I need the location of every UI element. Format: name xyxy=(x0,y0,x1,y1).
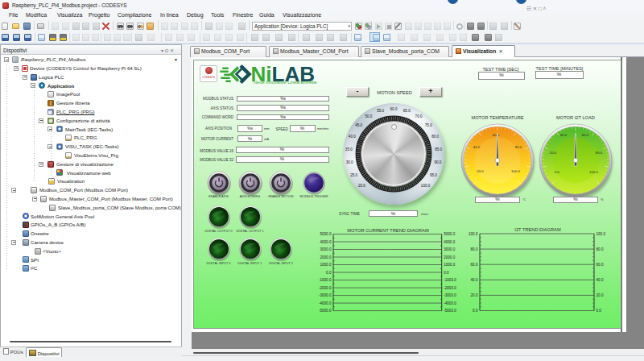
svg-text:20.0: 20.0 xyxy=(550,151,557,155)
svg-text:-1000.0: -1000.0 xyxy=(319,278,332,282)
svg-text:-3000.0: -3000.0 xyxy=(444,293,456,297)
svg-text:4000.0: 4000.0 xyxy=(320,240,331,244)
svg-text:45.0: 45.0 xyxy=(355,123,362,127)
svg-text:65.0: 65.0 xyxy=(403,109,411,113)
svg-text:35.0: 35.0 xyxy=(345,147,353,151)
svg-text:5000.0: 5000.0 xyxy=(320,232,331,236)
svg-text:0.0: 0.0 xyxy=(326,271,332,275)
svg-text:0.0: 0.0 xyxy=(555,170,560,174)
svg-text:-2000.0: -2000.0 xyxy=(444,286,456,290)
svg-text:-4000.0: -4000.0 xyxy=(444,301,456,305)
svg-text:40.0: 40.0 xyxy=(473,144,481,148)
svg-text:-3000.0: -3000.0 xyxy=(319,293,332,297)
svg-text:1000.0: 1000.0 xyxy=(444,263,455,267)
svg-text:2000.0: 2000.0 xyxy=(444,255,455,259)
svg-text:3000.0: 3000.0 xyxy=(444,247,455,251)
svg-text:60.0: 60.0 xyxy=(390,107,398,111)
svg-text:40.0: 40.0 xyxy=(471,278,478,282)
svg-text:80.0: 80.0 xyxy=(597,247,604,251)
svg-text:100.0: 100.0 xyxy=(589,170,598,174)
svg-text:25.0: 25.0 xyxy=(350,173,357,177)
svg-text:0.0: 0.0 xyxy=(473,309,478,313)
svg-text:40.0: 40.0 xyxy=(597,278,604,282)
svg-text:4000.0: 4000.0 xyxy=(444,240,455,244)
svg-text:100.0: 100.0 xyxy=(511,168,520,172)
svg-text:0.0: 0.0 xyxy=(597,309,602,313)
svg-text:-2000.0: -2000.0 xyxy=(319,286,332,290)
svg-text:80.0: 80.0 xyxy=(596,151,603,155)
svg-text:-5000.0: -5000.0 xyxy=(444,309,456,313)
svg-text:60.0: 60.0 xyxy=(493,132,500,136)
svg-text:60.0: 60.0 xyxy=(471,263,478,267)
svg-text:20.0: 20.0 xyxy=(477,168,484,172)
svg-text:40.0: 40.0 xyxy=(560,133,568,137)
svg-text:20.0: 20.0 xyxy=(471,293,478,297)
svg-text:60.0: 60.0 xyxy=(582,133,589,137)
svg-text:85.0: 85.0 xyxy=(435,147,442,151)
svg-text:1000.0: 1000.0 xyxy=(320,263,331,267)
svg-text:80.0: 80.0 xyxy=(471,247,478,251)
svg-text:2000.0: 2000.0 xyxy=(320,255,331,259)
svg-text:80.0: 80.0 xyxy=(431,135,439,139)
svg-text:20.0: 20.0 xyxy=(358,184,365,188)
svg-text:75.0: 75.0 xyxy=(425,123,432,127)
svg-text:70.0: 70.0 xyxy=(415,114,423,118)
svg-text:0.0: 0.0 xyxy=(444,271,449,275)
svg-text:100.0: 100.0 xyxy=(597,232,606,236)
svg-text:-5000.0: -5000.0 xyxy=(319,309,332,313)
svg-text:-1000.0: -1000.0 xyxy=(444,278,456,282)
svg-text:3000.0: 3000.0 xyxy=(320,247,331,251)
svg-text:50.0: 50.0 xyxy=(365,114,372,118)
svg-text:100.0: 100.0 xyxy=(469,232,478,236)
svg-text:-4000.0: -4000.0 xyxy=(319,301,332,305)
svg-text:95.0: 95.0 xyxy=(430,173,437,177)
svg-text:5000.0: 5000.0 xyxy=(444,232,455,236)
svg-text:30.0: 30.0 xyxy=(346,160,353,164)
svg-text:80.0: 80.0 xyxy=(515,144,522,148)
svg-text:55.0: 55.0 xyxy=(377,109,384,113)
svg-text:90.0: 90.0 xyxy=(434,160,441,164)
svg-text:40.0: 40.0 xyxy=(349,135,356,139)
svg-text:60.0: 60.0 xyxy=(597,263,604,267)
svg-text:100.0: 100.0 xyxy=(421,184,431,188)
svg-text:20.0: 20.0 xyxy=(597,293,604,297)
svg-text:Neue innovative Linearantriebe: Neue innovative Linearantriebe xyxy=(254,80,317,85)
